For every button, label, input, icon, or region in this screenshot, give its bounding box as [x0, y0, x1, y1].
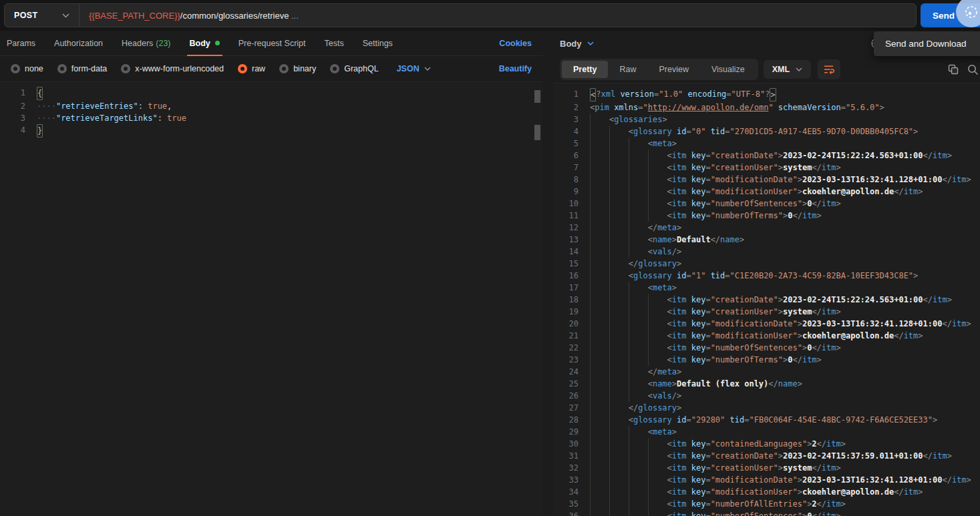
search-icon[interactable] — [967, 64, 979, 75]
code-line: 8<itm key="modificationDate">2023-03-13T… — [553, 174, 980, 186]
scrollbar-thumb[interactable] — [534, 90, 540, 103]
tab-settings[interactable]: Settings — [363, 31, 393, 55]
token: itm — [672, 294, 687, 306]
tab-preview[interactable]: Preview — [647, 61, 699, 78]
body-mode-none[interactable]: none — [11, 64, 43, 73]
indent-guide — [648, 474, 667, 486]
token: itm — [822, 198, 836, 210]
line-content: <itm key="creationUser">system</itm> — [579, 162, 841, 174]
line-number: 28 — [553, 414, 579, 426]
code-line: 21<itm key="modificationUser">ckoehler@a… — [553, 330, 980, 342]
line-content: <glossary id="1" tid="C1E20B20-2A73-4C59… — [579, 270, 918, 282]
format-select[interactable]: XML — [764, 60, 811, 79]
indent-guide — [648, 318, 667, 330]
request-code: 1{2····"retrieveEntries": true,3····"ret… — [0, 82, 542, 138]
token: > — [918, 186, 923, 198]
request-url-bar: POST {{BASE_PATH_CORE}}/common/glossarie… — [0, 0, 980, 31]
token: name — [778, 378, 798, 390]
line-number: 19 — [553, 306, 579, 318]
indent-guide — [648, 210, 667, 222]
token: = — [705, 462, 710, 474]
token: 2 — [812, 438, 816, 450]
indent-guide — [629, 462, 648, 474]
token: key — [686, 450, 705, 462]
cookies-link[interactable]: Cookies — [499, 39, 532, 48]
indent-guide — [629, 342, 648, 354]
token: pim — [595, 101, 609, 113]
code-line: 36<itm key="numberOfSentences">0</itm> — [553, 510, 980, 516]
token: 2023-03-13T16:32:41.128+01:00 — [802, 474, 943, 486]
radio-icon — [121, 64, 130, 73]
token: = — [705, 342, 710, 354]
beautify-link[interactable]: Beautify — [499, 64, 532, 73]
indent-guide — [609, 402, 629, 414]
tab-label: Settings — [363, 39, 393, 48]
tab-authorization[interactable]: Authorization — [54, 31, 103, 55]
radio-icon — [57, 64, 67, 73]
tab-headers[interactable]: Headers(23) — [122, 31, 170, 55]
token: > — [798, 318, 802, 330]
body-mode-graphql[interactable]: GraphQL — [330, 64, 378, 73]
token: itm — [933, 294, 947, 306]
token: > — [677, 222, 681, 234]
code-line: 19<itm key="creationUser">system</itm> — [553, 306, 980, 318]
line-content: </glossary> — [579, 402, 681, 414]
indent-guide — [590, 486, 609, 498]
token: itm — [826, 438, 841, 450]
wrap-text-button[interactable] — [818, 59, 840, 79]
line-number: 23 — [553, 354, 579, 366]
tab-raw[interactable]: Raw — [608, 61, 647, 78]
code-line: 32<itm key="creationUser">system</itm> — [553, 462, 980, 474]
request-body-editor[interactable]: 1{2····"retrieveEntries": true,3····"ret… — [0, 81, 542, 516]
token: "creationUser" — [711, 462, 778, 474]
indent-guide — [609, 438, 629, 450]
token: key — [686, 318, 705, 330]
indent-guide — [629, 198, 648, 210]
body-mode-bar: none form-data x-www-form-urlencoded raw… — [0, 56, 542, 81]
line-content: <glossaries> — [579, 113, 667, 125]
indent-guide — [648, 306, 667, 318]
token: "modificationUser" — [711, 486, 798, 498]
tab-params[interactable]: Params — [7, 31, 35, 55]
token: " — [768, 101, 773, 113]
code-line: 20<itm key="modificationDate">2023-03-13… — [553, 318, 980, 330]
response-view-select[interactable]: Body — [560, 39, 594, 49]
line-content: } — [25, 124, 43, 138]
token: 2023-03-13T16:32:41.128+01:00 — [802, 318, 943, 330]
line-number: 15 — [553, 258, 579, 270]
token: http://www.apollon.de/omn — [648, 101, 769, 113]
tab-pretty[interactable]: Pretty — [562, 61, 608, 78]
url-input[interactable]: {{BASE_PATH_CORE}}/common/glossaries/ret… — [79, 11, 916, 21]
tab-pre-request-script[interactable]: Pre-request Script — [238, 31, 306, 55]
language-select[interactable]: JSON — [397, 64, 431, 73]
copy-icon[interactable] — [948, 64, 959, 75]
indent-guide — [629, 486, 648, 498]
pane-divider[interactable] — [542, 31, 553, 516]
line-content: <itm key="containedLanguages">2</itm> — [579, 438, 846, 450]
body-mode-raw[interactable]: raw — [238, 64, 265, 73]
code-line: 1<?xml version="1.0" encoding="UTF-8"?> — [553, 88, 980, 101]
token: "UTF-8" — [731, 88, 766, 101]
token: </ — [817, 498, 826, 510]
body-mode-binary[interactable]: binary — [279, 64, 316, 73]
response-body-viewer[interactable]: 1<?xml version="1.0" encoding="UTF-8"?>2… — [553, 83, 980, 516]
body-mode-x-www-form-urlencoded[interactable]: x-www-form-urlencoded — [121, 64, 224, 73]
scrollbar-mark[interactable] — [534, 125, 540, 140]
token: ? — [596, 88, 601, 101]
indent-guide — [609, 222, 629, 234]
tab-body[interactable]: Body — [190, 31, 220, 55]
token: > — [672, 378, 677, 390]
token: = — [654, 88, 659, 101]
tab-visualize[interactable]: Visualize — [700, 61, 756, 78]
token: > — [798, 186, 802, 198]
body-mode-form-data[interactable]: form-data — [57, 64, 108, 73]
token: itm — [672, 438, 687, 450]
token: > — [802, 510, 807, 516]
indent-guide — [629, 510, 648, 516]
token: > — [778, 150, 783, 162]
method-select[interactable]: POST — [5, 4, 79, 27]
indent-guide — [629, 390, 648, 402]
tab-tests[interactable]: Tests — [325, 31, 344, 55]
send-and-download-item[interactable]: Send and Download — [874, 39, 980, 49]
indent-guide — [609, 174, 629, 186]
